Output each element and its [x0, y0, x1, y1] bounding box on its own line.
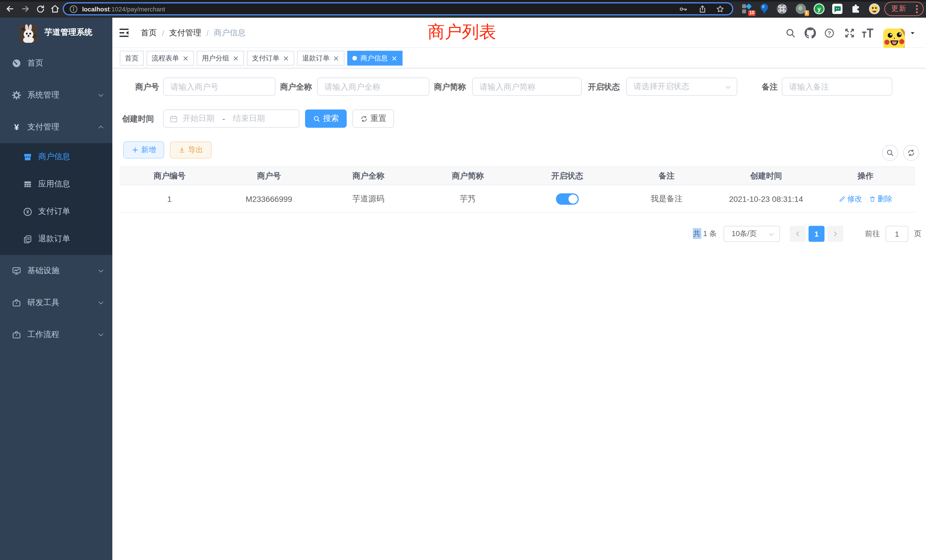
edit-link-label: 修改: [847, 194, 862, 204]
address-bar[interactable]: localhost:1024/pay/merchant: [63, 2, 733, 15]
end-date-placeholder[interactable]: 结束日期: [233, 114, 265, 124]
col-header-full-name: 商户全称: [319, 167, 418, 185]
briefcase-icon: [11, 330, 22, 340]
extension-chat-icon[interactable]: [832, 3, 843, 14]
refresh-table-button[interactable]: [903, 145, 919, 161]
short-name-input[interactable]: [472, 77, 582, 96]
search-button[interactable]: 搜索: [305, 109, 346, 128]
tab-user-group[interactable]: 用户分组: [197, 51, 244, 65]
browser-home-button[interactable]: [50, 3, 61, 14]
browser-back-button[interactable]: [5, 3, 15, 14]
extension-balloon-icon[interactable]: [759, 3, 770, 14]
hide-search-button[interactable]: [882, 145, 898, 161]
edit-link[interactable]: 修改: [839, 194, 862, 204]
tab-refund-order[interactable]: 退款订单: [297, 51, 344, 65]
breadcrumb: 首页 / 支付管理 / 商户信息: [141, 18, 246, 48]
delete-link[interactable]: 删除: [869, 194, 892, 204]
tags-view-bar: 首页 流程表单 用户分组 支付订单 退款订单 商户信息: [112, 48, 926, 68]
github-icon[interactable]: [805, 27, 816, 38]
page-size-select[interactable]: 10条/页: [723, 226, 780, 242]
help-icon[interactable]: ?: [824, 27, 835, 38]
status-toggle-on[interactable]: [556, 193, 578, 204]
close-tab-icon[interactable]: [282, 55, 289, 62]
reload-icon: [36, 4, 45, 14]
sidebar-item-payment[interactable]: ¥ 支付管理: [0, 111, 112, 143]
caret-down-icon[interactable]: [909, 30, 916, 36]
browser-update-button[interactable]: 更新: [884, 2, 924, 16]
app-logo-rabbit: [20, 24, 38, 43]
sidebar-menu: 首页 系统管理 ¥ 支付管理: [0, 47, 112, 351]
extension-command-icon[interactable]: [776, 3, 787, 14]
col-header-short-name: 商户简称: [418, 167, 517, 185]
remark-input[interactable]: [782, 77, 892, 96]
sidebar-item-dev-tools[interactable]: 研发工具: [0, 287, 112, 319]
sidebar-item-app-info[interactable]: 应用信息: [0, 171, 112, 198]
close-tab-icon[interactable]: [333, 55, 339, 62]
search-icon[interactable]: [785, 27, 796, 38]
status-select[interactable]: 请选择开启状态: [626, 77, 737, 96]
sidebar-item-label: 研发工具: [27, 298, 59, 308]
breadcrumb-separator: /: [162, 28, 164, 37]
page-number-current[interactable]: 1: [808, 226, 825, 242]
export-button[interactable]: 导出: [170, 141, 212, 159]
extension-recorder-icon[interactable]: 1: [796, 3, 806, 14]
app-logo-row[interactable]: 芋道管理系统: [0, 18, 112, 47]
tab-process-form[interactable]: 流程表单: [147, 51, 194, 65]
sidebar-item-merchant-info[interactable]: 商户信息: [0, 143, 112, 171]
sidebar-item-infrastructure[interactable]: 基础设施: [0, 255, 112, 287]
font-size-icon[interactable]: [862, 28, 873, 38]
page-info-icon[interactable]: [69, 4, 78, 14]
tab-label: 用户分组: [202, 53, 229, 63]
browser-forward-button[interactable]: [20, 3, 31, 14]
search-icon: [313, 115, 320, 122]
fullscreen-icon[interactable]: [844, 27, 855, 38]
sidebar-item-system[interactable]: 系统管理: [0, 79, 112, 111]
tab-label: 商户信息: [360, 53, 388, 63]
create-time-range-picker[interactable]: 开始日期 - 结束日期: [163, 109, 300, 128]
browser-extensions-menu[interactable]: [850, 3, 861, 14]
start-date-placeholder[interactable]: 开始日期: [183, 114, 214, 124]
plus-icon: [132, 147, 138, 153]
next-page-button[interactable]: [828, 226, 843, 242]
browser-reload-button[interactable]: [35, 3, 45, 14]
pencil-icon: [839, 195, 846, 202]
breadcrumb-section[interactable]: 支付管理: [169, 28, 201, 38]
tab-merchant-info[interactable]: 商户信息: [347, 51, 402, 65]
sidebar-collapse-button[interactable]: [118, 27, 130, 39]
close-tab-icon[interactable]: [390, 55, 398, 62]
prev-page-button[interactable]: [790, 226, 806, 242]
breadcrumb-home[interactable]: 首页: [141, 28, 157, 38]
browser-profile-avatar[interactable]: [869, 3, 880, 14]
add-button[interactable]: 新增: [123, 141, 164, 159]
bookmark-star-icon[interactable]: [716, 4, 725, 14]
cell-actions: 修改 删除: [816, 185, 915, 213]
password-key-icon[interactable]: [679, 4, 688, 14]
puzzle-piece-icon: [850, 3, 861, 14]
user-avatar[interactable]: [883, 29, 905, 50]
close-tab-icon[interactable]: [232, 55, 239, 62]
sidebar-item-pay-order[interactable]: ¥ 支付订单: [0, 198, 112, 225]
tab-label: 首页: [125, 53, 139, 63]
kebab-menu-icon[interactable]: [916, 5, 918, 14]
reset-button[interactable]: 重置: [353, 109, 394, 128]
tab-label: 支付订单: [252, 53, 279, 63]
close-tab-icon[interactable]: [182, 55, 189, 62]
extension-y-icon[interactable]: y: [814, 3, 825, 14]
pagination-total-count: 1 条: [703, 229, 717, 238]
yen-icon: ¥: [11, 122, 22, 132]
merchant-no-input[interactable]: [163, 77, 275, 96]
toolbox-icon: [11, 298, 22, 308]
svg-text:¥: ¥: [14, 122, 19, 132]
chevron-right-icon: [832, 230, 839, 237]
extension-tab-manager-icon[interactable]: 10: [742, 3, 753, 14]
breadcrumb-current: 商户信息: [214, 28, 246, 38]
tab-home[interactable]: 首页: [120, 51, 144, 65]
tab-pay-order[interactable]: 支付订单: [247, 51, 294, 65]
svg-text:¥: ¥: [26, 209, 29, 215]
sidebar-item-workflow[interactable]: 工作流程: [0, 319, 112, 351]
chevron-up-icon: [97, 124, 104, 130]
share-icon[interactable]: [698, 4, 707, 14]
sidebar-item-home[interactable]: 首页: [0, 47, 112, 79]
goto-page-input[interactable]: [885, 226, 908, 242]
full-name-input[interactable]: [317, 77, 429, 96]
